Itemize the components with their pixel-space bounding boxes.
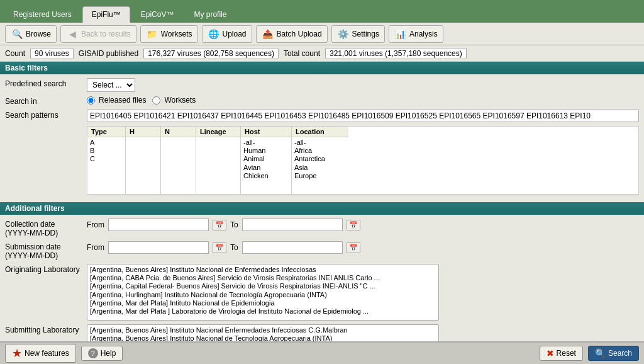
location-all: -all- (294, 139, 346, 147)
type-header: Type (87, 127, 125, 137)
lineage-filter-col: Lineage (196, 127, 241, 194)
host-select[interactable]: -all- Human Animal Avian Chicken (241, 137, 291, 194)
worksets-label: Worksets (164, 96, 196, 105)
submission-date-label: Submission date (YYYY-MM-DD) (5, 241, 87, 260)
orig-lab-2: [Argentina, CABA Pcia. de Buenos Aires] … (90, 274, 436, 282)
total-label: Total count (284, 49, 320, 58)
h-filter-col: H (126, 127, 161, 194)
filter-lists-row: Type A B C H N (5, 126, 639, 195)
settings-button[interactable]: ⚙️ Settings (331, 25, 385, 43)
location-antarctica: Antarctica (294, 155, 346, 163)
back-to-results-button[interactable]: ◀ Back to results (60, 25, 136, 43)
gisaid-label: GISAID published (79, 49, 138, 58)
predefined-search-control: Select ... (87, 78, 639, 92)
collection-from-label: From (87, 220, 104, 229)
n-header: N (161, 127, 196, 137)
type-filter-col: Type A B C (87, 127, 126, 194)
type-option-a: A (90, 139, 123, 147)
location-africa: Africa (294, 147, 346, 155)
batch-upload-button[interactable]: 📤 Batch Upload (256, 25, 328, 43)
host-all: -all- (243, 139, 289, 147)
location-select[interactable]: -all- Africa Antarctica Asia Europe (292, 137, 348, 194)
submission-to-label: To (230, 243, 238, 252)
submission-date-control: From 📅 To 📅 (87, 241, 639, 254)
basic-filters-header: Basic filters (0, 62, 644, 74)
collection-date-control: From 📅 To 📅 (87, 219, 639, 231)
submitting-lab-select[interactable]: [Argentina, Buenos Aires] Instituto Naci… (87, 324, 439, 341)
submission-from-calendar[interactable]: 📅 (213, 242, 226, 253)
collection-date-inputs: From 📅 To 📅 (87, 219, 639, 231)
collection-from-input[interactable] (108, 219, 209, 231)
new-features-button[interactable]: ★ New features (5, 344, 76, 363)
collection-to-input[interactable] (242, 219, 343, 231)
n-filter-col: N (161, 127, 196, 194)
reset-icon: ✖ (547, 348, 554, 358)
collection-date-label: Collection date (YYYY-MM-DD) (5, 219, 87, 237)
sub-lab-1: [Argentina, Buenos Aires] Instituto Naci… (90, 326, 436, 334)
lineage-header: Lineage (196, 127, 240, 137)
reset-button[interactable]: ✖ Reset (540, 346, 583, 361)
submission-date-inputs: From 📅 To 📅 (87, 241, 639, 254)
analysis-icon: 📊 (394, 28, 407, 40)
analysis-button[interactable]: 📊 Analysis (389, 25, 443, 43)
batch-upload-icon: 📤 (262, 28, 274, 40)
additional-filters-header: Additional filters (0, 202, 644, 215)
reset-label: Reset (557, 349, 576, 358)
main-content: Basic filters Predefined search Select .… (0, 62, 644, 341)
new-features-label: New features (25, 349, 69, 358)
settings-icon: ⚙️ (337, 28, 350, 40)
search-patterns-input[interactable] (87, 110, 639, 122)
location-asia: Asia (294, 164, 346, 172)
tab-epicov[interactable]: EpiCoV™ (131, 6, 184, 23)
worksets-radio-label[interactable]: Worksets (152, 96, 196, 105)
released-files-radio-label[interactable]: Released files (87, 96, 146, 105)
help-label: Help (101, 349, 116, 358)
filter-lists-empty-label (5, 126, 87, 127)
browse-button[interactable]: 🔍 Browse (5, 25, 57, 43)
upload-button[interactable]: 🌐 Upload (202, 25, 252, 43)
h-select[interactable] (126, 137, 160, 194)
collection-to-label: To (230, 220, 238, 229)
submission-to-calendar[interactable]: 📅 (347, 242, 360, 253)
submission-from-input[interactable] (108, 241, 209, 254)
originating-lab-control: [Argentina, Buenos Aires] Instituto Naci… (87, 264, 639, 321)
toolbar: 🔍 Browse ◀ Back to results 📁 Worksets 🌐 … (0, 23, 644, 45)
tab-registered[interactable]: Registered Users (4, 6, 81, 23)
host-chicken: Chicken (243, 172, 289, 180)
tab-epiflu[interactable]: EpiFlu™ (82, 6, 130, 23)
tab-myprofile[interactable]: My profile (184, 6, 236, 23)
orig-lab-1: [Argentina, Buenos Aires] Instituto Naci… (90, 266, 436, 274)
search-in-label: Search in (5, 96, 87, 106)
submission-date-row: Submission date (YYYY-MM-DD) From 📅 To 📅 (5, 241, 639, 260)
worksets-radio[interactable] (152, 96, 160, 105)
count-label: Count (5, 49, 25, 58)
total-count: 321,001 viruses (1,357,180 sequences) (325, 48, 467, 59)
orig-lab-6: [Argentina, Mar del Plata ] Laboratorio … (90, 307, 436, 316)
collection-to-calendar[interactable]: 📅 (347, 220, 360, 230)
location-header: Location (292, 127, 348, 137)
host-header: Host (241, 127, 291, 137)
orig-lab-4: [Argentina, Hurlingham] Instituto Nacion… (90, 291, 436, 299)
released-files-radio[interactable] (87, 96, 95, 105)
help-icon: ? (88, 348, 98, 358)
lineage-select[interactable] (196, 137, 240, 194)
predefined-search-select[interactable]: Select ... (87, 78, 135, 92)
search-patterns-control (87, 110, 639, 122)
help-button[interactable]: ? Help (81, 346, 123, 361)
host-filter-col: Host -all- Human Animal Avian Chicken (241, 127, 292, 194)
published-count: 176,327 viruses (802,758 sequences) (143, 48, 279, 59)
search-in-control: Released files Worksets (87, 96, 639, 105)
n-select[interactable] (161, 137, 196, 194)
submitting-lab-row: Submitting Laboratory [Argentina, Buenos… (5, 324, 639, 341)
orig-lab-5: [Argentina, Mar del Plata] Intituto Naci… (90, 299, 436, 307)
type-select[interactable]: A B C (87, 137, 125, 194)
collection-from-calendar[interactable]: 📅 (213, 220, 226, 230)
submitting-lab-control: [Argentina, Buenos Aires] Instituto Naci… (87, 324, 639, 341)
originating-lab-select[interactable]: [Argentina, Buenos Aires] Instituto Naci… (87, 264, 439, 321)
originating-lab-row: Originating Laboratory [Argentina, Bueno… (5, 264, 639, 321)
search-button[interactable]: 🔍 Search (588, 346, 639, 361)
bottom-bar: ★ New features ? Help ✖ Reset 🔍 Search (0, 341, 644, 364)
submission-to-input[interactable] (242, 241, 343, 254)
top-nav: Registered Users EpiFlu™ EpiCoV™ My prof… (0, 0, 644, 23)
worksets-button[interactable]: 📁 Worksets (140, 25, 198, 43)
